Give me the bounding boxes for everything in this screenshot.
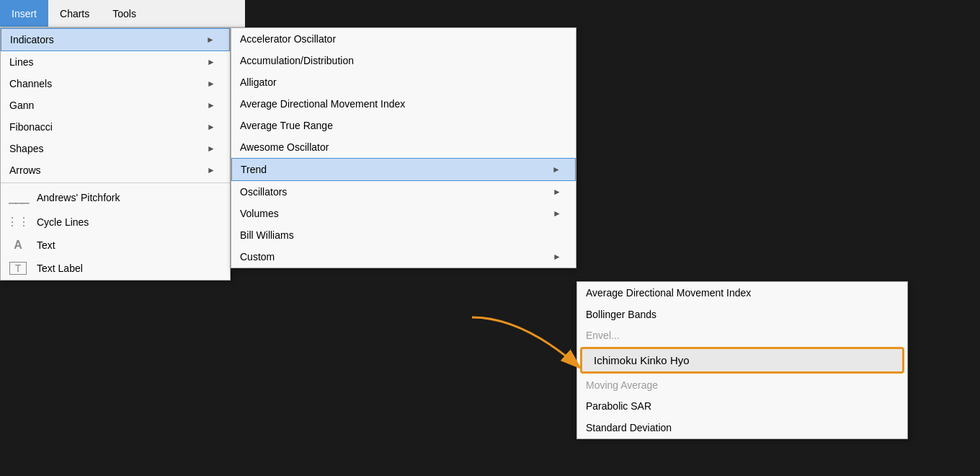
ind-billwilliams-item[interactable]: Bill Williams (231, 224, 576, 246)
ind-accelerator-item[interactable]: Accelerator Oscillator (231, 28, 576, 50)
menu-charts[interactable]: Charts (48, 0, 101, 27)
oscillators-arrow-icon: ► (553, 187, 561, 197)
trend-ichimoku-label: Ichimoku Kinko Hyo (594, 354, 690, 366)
cyclelines-icon: ⋮⋮ (9, 215, 27, 229)
ind-admi-item[interactable]: Average Directional Movement Index (231, 93, 576, 115)
indicators-dropdown: Accelerator Oscillator Accumulation/Dist… (231, 27, 576, 268)
separator-1 (1, 182, 230, 183)
ind-awesome-label: Awesome Oscillator (240, 141, 329, 153)
trend-bollinger-label: Bollinger Bands (586, 309, 656, 320)
lines-arrow-icon: ► (207, 57, 215, 67)
ind-atr-item[interactable]: Average True Range (231, 115, 576, 136)
trend-ichimoku-item[interactable]: Ichimoku Kinko Hyo (580, 347, 904, 374)
ind-custom-item[interactable]: Custom ► (231, 246, 576, 268)
ind-volumes-label: Volumes (240, 208, 279, 219)
trend-dropdown: Average Directional Movement Index Bolli… (576, 281, 908, 439)
trend-ichimoku-wrapper: Ichimoku Kinko Hyo (577, 345, 907, 375)
ind-accelerator-label: Accelerator Oscillator (240, 33, 336, 45)
ind-volumes-item[interactable]: Volumes ► (231, 203, 576, 224)
insert-shapes-item[interactable]: Shapes ► (1, 138, 230, 159)
insert-channels-item[interactable]: Channels ► (1, 73, 230, 94)
insert-indicators-label: Indicators (10, 34, 54, 45)
insert-text-label: Text (37, 239, 55, 251)
insert-arrows-label: Arrows (9, 164, 41, 176)
ind-awesome-item[interactable]: Awesome Oscillator (231, 136, 576, 158)
insert-textlabel-item[interactable]: T Text Label (1, 257, 230, 280)
insert-fibonacci-label: Fibonacci (9, 121, 53, 133)
ind-oscillators-label: Oscillators (240, 186, 287, 198)
menu-bar: Insert Charts Tools (0, 0, 245, 27)
insert-indicators-item[interactable]: Indicators ► (1, 28, 230, 51)
trend-parabolicsar-item[interactable]: Parabolic SAR (577, 395, 907, 417)
text-icon: A (9, 239, 27, 252)
insert-text-item[interactable]: A Text (1, 234, 230, 257)
custom-arrow-icon: ► (553, 252, 561, 262)
trend-envelopes-item[interactable]: Envel... (577, 325, 907, 345)
trend-movingavg-label: Moving Average (586, 379, 658, 391)
ind-accumulation-label: Accumulation/Distribution (240, 55, 354, 66)
trend-stddev-label: Standard Deviation (586, 422, 672, 433)
insert-cyclelines-item[interactable]: ⋮⋮ Cycle Lines (1, 210, 230, 234)
trend-admi-item[interactable]: Average Directional Movement Index (577, 282, 907, 304)
insert-fibonacci-item[interactable]: Fibonacci ► (1, 116, 230, 138)
insert-cyclelines-label: Cycle Lines (37, 216, 89, 228)
trend-parabolicsar-label: Parabolic SAR (586, 400, 651, 412)
trend-arrow-icon: ► (552, 164, 561, 175)
insert-dropdown: Indicators ► Lines ► Channels ► Gann ► F… (0, 27, 231, 281)
insert-shapes-label: Shapes (9, 143, 43, 154)
pitchfork-icon: ⎯⎯⎯ (9, 190, 27, 205)
arrows-arrow-icon: ► (207, 165, 215, 175)
trend-stddev-item[interactable]: Standard Deviation (577, 417, 907, 438)
volumes-arrow-icon: ► (553, 208, 561, 219)
insert-lines-item[interactable]: Lines ► (1, 51, 230, 73)
gann-arrow-icon: ► (207, 100, 215, 110)
indicators-arrow-icon: ► (206, 35, 215, 45)
insert-gann-label: Gann (9, 100, 34, 111)
shapes-arrow-icon: ► (207, 144, 215, 154)
ind-trend-item[interactable]: Trend ► (231, 158, 576, 181)
insert-channels-label: Channels (9, 78, 52, 89)
trend-envelopes-label: Envel... (586, 330, 620, 341)
textlabel-icon: T (9, 262, 27, 275)
ind-billwilliams-label: Bill Williams (240, 229, 294, 241)
menu-tools[interactable]: Tools (101, 0, 148, 27)
channels-arrow-icon: ► (207, 79, 215, 89)
insert-pitchfork-label: Andrews' Pitchfork (37, 192, 120, 203)
menu-insert[interactable]: Insert (0, 0, 48, 27)
trend-movingavg-item[interactable]: Moving Average (577, 375, 907, 395)
insert-gann-item[interactable]: Gann ► (1, 94, 230, 116)
ind-atr-label: Average True Range (240, 120, 333, 131)
ind-admi-label: Average Directional Movement Index (240, 98, 405, 110)
trend-admi-label: Average Directional Movement Index (586, 287, 751, 299)
trend-bollinger-item[interactable]: Bollinger Bands (577, 304, 907, 325)
ind-alligator-label: Alligator (240, 76, 277, 88)
insert-lines-label: Lines (9, 56, 33, 68)
insert-textlabel-label: Text Label (37, 263, 83, 274)
ind-oscillators-item[interactable]: Oscillators ► (231, 181, 576, 203)
ind-custom-label: Custom (240, 251, 275, 263)
fibonacci-arrow-icon: ► (207, 122, 215, 132)
ind-accumulation-item[interactable]: Accumulation/Distribution (231, 50, 576, 71)
ind-alligator-item[interactable]: Alligator (231, 71, 576, 93)
insert-arrows-item[interactable]: Arrows ► (1, 159, 230, 181)
ind-trend-label: Trend (241, 164, 267, 175)
insert-pitchfork-item[interactable]: ⎯⎯⎯ Andrews' Pitchfork (1, 185, 230, 210)
